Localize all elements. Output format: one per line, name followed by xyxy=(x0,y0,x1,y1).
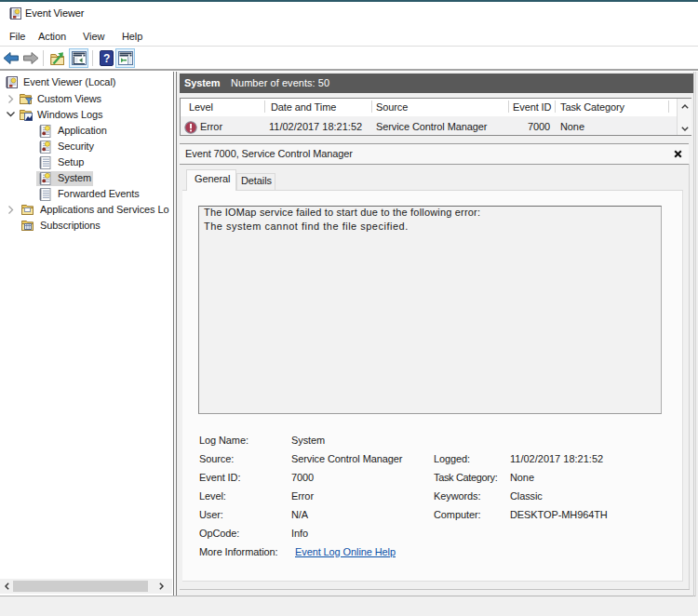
svg-text:?: ? xyxy=(103,52,110,65)
